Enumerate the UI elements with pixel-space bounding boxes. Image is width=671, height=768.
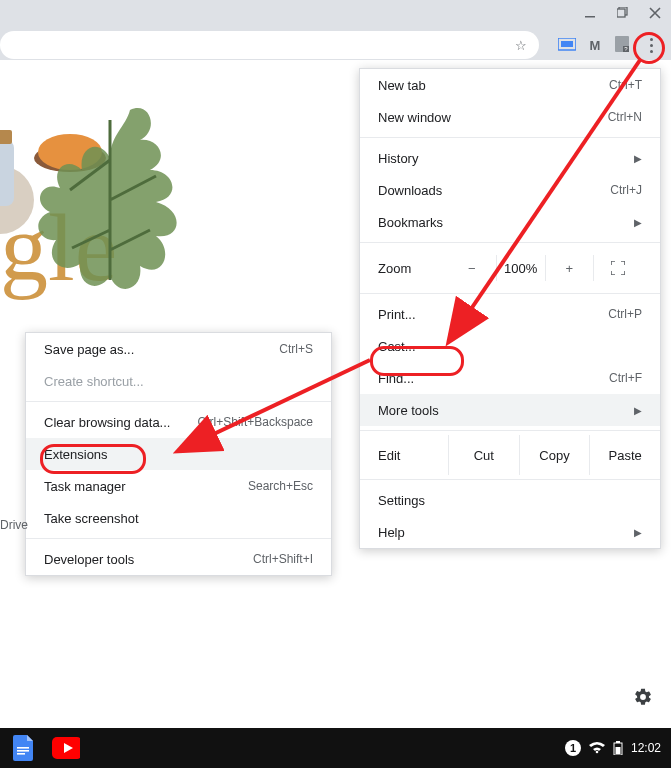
menu-bookmarks[interactable]: Bookmarks▶ xyxy=(360,206,660,238)
toolbar-extension-icons: M ? xyxy=(555,31,663,59)
menu-edit-row: Edit Cut Copy Paste xyxy=(360,435,660,475)
submenu-save-page[interactable]: Save page as...Ctrl+S xyxy=(26,333,331,365)
svg-point-19 xyxy=(596,751,599,754)
battery-icon xyxy=(613,741,623,755)
menu-new-tab[interactable]: New tabCtrl+T xyxy=(360,69,660,101)
svg-rect-0 xyxy=(585,16,595,18)
settings-gear-icon[interactable] xyxy=(633,687,653,710)
chevron-right-icon: ▶ xyxy=(634,153,642,164)
chevron-right-icon: ▶ xyxy=(634,217,642,228)
submenu-extensions[interactable]: Extensions xyxy=(26,438,331,470)
menu-settings[interactable]: Settings xyxy=(360,484,660,516)
menu-cast[interactable]: Cast... xyxy=(360,330,660,362)
shelf-docs-icon[interactable] xyxy=(10,734,38,762)
gmail-icon[interactable]: M xyxy=(583,33,607,57)
drive-shortcut-label: Drive xyxy=(0,518,28,532)
menu-separator xyxy=(360,293,660,294)
submenu-create-shortcut: Create shortcut... xyxy=(26,365,331,397)
close-button[interactable] xyxy=(639,0,671,26)
menu-new-window[interactable]: New windowCtrl+N xyxy=(360,101,660,133)
submenu-take-screenshot[interactable]: Take screenshot xyxy=(26,502,331,534)
copy-button[interactable]: Copy xyxy=(519,435,590,475)
menu-button[interactable] xyxy=(639,33,663,57)
menu-help[interactable]: Help▶ xyxy=(360,516,660,548)
fullscreen-button[interactable] xyxy=(594,261,642,275)
svg-rect-15 xyxy=(17,747,29,749)
vertical-dots-icon xyxy=(650,38,653,53)
browser-chrome-top: ☆ M ? xyxy=(0,0,671,60)
docs-extension-icon[interactable]: ? xyxy=(611,33,635,57)
cast-extension-icon[interactable] xyxy=(555,33,579,57)
shelf-status-area[interactable]: 1 12:02 xyxy=(565,740,661,756)
menu-find[interactable]: Find...Ctrl+F xyxy=(360,362,660,394)
paste-button[interactable]: Paste xyxy=(589,435,660,475)
svg-rect-17 xyxy=(17,753,25,755)
menu-downloads[interactable]: DownloadsCtrl+J xyxy=(360,174,660,206)
cut-button[interactable]: Cut xyxy=(448,435,519,475)
menu-separator xyxy=(360,430,660,431)
chevron-right-icon: ▶ xyxy=(634,527,642,538)
window-controls xyxy=(575,0,671,26)
submenu-developer-tools[interactable]: Developer toolsCtrl+Shift+I xyxy=(26,543,331,575)
submenu-task-manager[interactable]: Task managerSearch+Esc xyxy=(26,470,331,502)
zoom-in-button[interactable]: + xyxy=(546,261,594,276)
bookmark-star-icon[interactable]: ☆ xyxy=(509,38,533,53)
zoom-out-button[interactable]: − xyxy=(448,261,496,276)
menu-print[interactable]: Print...Ctrl+P xyxy=(360,298,660,330)
edit-label: Edit xyxy=(378,448,448,463)
address-bar[interactable]: ☆ xyxy=(0,31,539,59)
notification-badge: 1 xyxy=(565,740,581,756)
svg-rect-4 xyxy=(561,41,573,47)
menu-history[interactable]: History▶ xyxy=(360,142,660,174)
chrome-main-menu: New tabCtrl+T New windowCtrl+N History▶ … xyxy=(359,68,661,549)
menu-separator xyxy=(360,479,660,480)
zoom-label: Zoom xyxy=(378,261,448,276)
google-doodle[interactable]: gle xyxy=(0,80,240,320)
menu-separator xyxy=(360,137,660,138)
svg-rect-12 xyxy=(0,130,12,144)
menu-separator xyxy=(26,401,331,402)
menu-separator xyxy=(26,538,331,539)
wifi-icon xyxy=(589,742,605,754)
svg-rect-2 xyxy=(617,9,625,17)
minimize-button[interactable] xyxy=(575,0,607,26)
shelf-youtube-icon[interactable] xyxy=(52,734,80,762)
chromeos-shelf: 1 12:02 xyxy=(0,728,671,768)
submenu-clear-browsing-data[interactable]: Clear browsing data...Ctrl+Shift+Backspa… xyxy=(26,406,331,438)
menu-separator xyxy=(360,242,660,243)
more-tools-submenu: Save page as...Ctrl+S Create shortcut...… xyxy=(25,332,332,576)
maximize-button[interactable] xyxy=(607,0,639,26)
menu-zoom-row: Zoom − 100% + xyxy=(360,247,660,289)
menu-more-tools[interactable]: More tools▶ xyxy=(360,394,660,426)
svg-rect-16 xyxy=(17,750,29,752)
svg-rect-22 xyxy=(615,747,620,754)
clock: 12:02 xyxy=(631,741,661,755)
zoom-value: 100% xyxy=(497,261,545,276)
chevron-right-icon: ▶ xyxy=(634,405,642,416)
